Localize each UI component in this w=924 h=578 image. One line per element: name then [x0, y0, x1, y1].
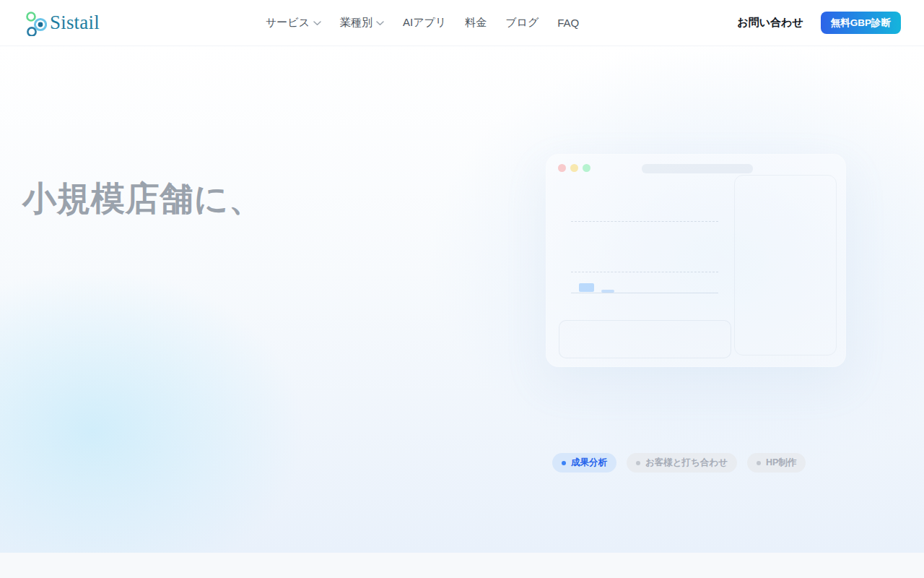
nav-item-ai-app[interactable]: AIアプリ — [403, 16, 446, 30]
browser-mockup — [546, 154, 846, 367]
nav-item-label: 業種別 — [340, 16, 372, 30]
site-header: Sistail サービス 業種別 AIアプリ 料金 ブログ FAQ お問い合わせ… — [0, 0, 924, 46]
tag-dot-icon — [636, 461, 640, 465]
tag-label: お客様と打ち合わせ — [645, 457, 728, 469]
tag-dot-icon — [757, 461, 761, 465]
window-minimize-icon — [570, 164, 578, 172]
nav-item-label: ブログ — [505, 16, 539, 30]
chevron-down-icon — [313, 21, 321, 26]
nav-item-industries[interactable]: 業種別 — [340, 16, 384, 30]
mockup-gridline — [571, 272, 718, 272]
mockup-chart-bar — [579, 283, 594, 292]
mockup-bottom-card — [559, 320, 731, 358]
brand-name: Sistail — [50, 12, 100, 34]
free-gbp-diagnosis-button[interactable]: 無料GBP診断 — [821, 12, 901, 34]
nav-item-faq[interactable]: FAQ — [557, 17, 579, 29]
hero-section: 小規模店舗に、 成果分析 お客様と打ち合わせ HP制作 — [0, 46, 924, 553]
tag-hp-production[interactable]: HP制作 — [747, 453, 806, 473]
mockup-chart-axis — [571, 293, 718, 293]
tag-label: HP制作 — [766, 457, 796, 469]
tag-dot-icon — [562, 461, 566, 465]
mockup-side-panel — [734, 175, 837, 355]
tag-customer-meeting[interactable]: お客様と打ち合わせ — [627, 453, 737, 473]
chevron-down-icon — [376, 21, 384, 26]
header-actions: お問い合わせ 無料GBP診断 — [737, 12, 901, 34]
nav-item-services[interactable]: サービス — [266, 16, 321, 30]
main-nav: サービス 業種別 AIアプリ 料金 ブログ FAQ — [266, 16, 579, 30]
mockup-url-bar — [642, 164, 753, 173]
contact-link[interactable]: お問い合わせ — [737, 16, 803, 30]
nav-item-label: 料金 — [465, 16, 487, 30]
window-maximize-icon — [583, 164, 590, 172]
nav-item-label: AIアプリ — [403, 16, 446, 30]
nav-item-label: サービス — [266, 16, 310, 30]
hero-feature-tags: 成果分析 お客様と打ち合わせ HP制作 — [552, 453, 806, 473]
brand-logo[interactable]: Sistail — [23, 9, 100, 36]
mockup-gridline — [571, 221, 718, 222]
window-controls — [558, 164, 590, 172]
window-close-icon — [558, 164, 566, 172]
hero-heading: 小規模店舗に、 — [22, 178, 263, 219]
next-section — [0, 553, 924, 578]
nav-item-blog[interactable]: ブログ — [505, 16, 539, 30]
tag-label: 成果分析 — [571, 457, 607, 469]
tag-performance-analysis[interactable]: 成果分析 — [552, 453, 616, 473]
nav-item-label: FAQ — [557, 17, 579, 29]
brand-logo-icon — [23, 9, 47, 36]
nav-item-pricing[interactable]: 料金 — [465, 16, 487, 30]
